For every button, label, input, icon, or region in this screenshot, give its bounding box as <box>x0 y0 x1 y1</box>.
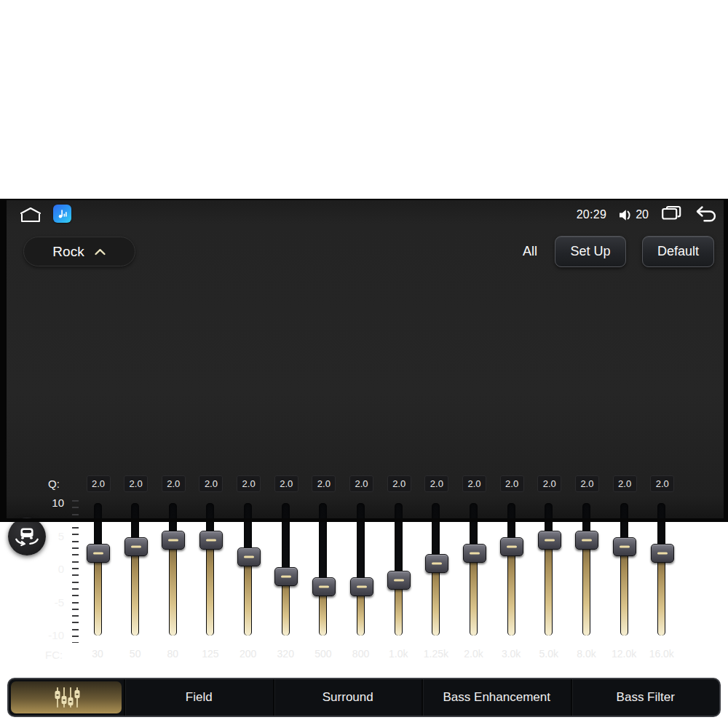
bezel-bottom <box>0 518 728 522</box>
q-value[interactable]: 2.0 <box>424 475 448 492</box>
equalizer-sliders-icon <box>52 686 81 709</box>
slider-handle[interactable] <box>387 571 411 590</box>
preset-name: Rock <box>52 244 84 260</box>
default-button[interactable]: Default <box>642 236 714 267</box>
q-value[interactable]: 2.0 <box>162 475 186 492</box>
slider-handle[interactable] <box>87 544 110 563</box>
q-value[interactable]: 2.0 <box>650 475 674 492</box>
status-cluster: 20:29 20 <box>577 205 716 224</box>
slider-handle[interactable] <box>199 531 223 550</box>
freq-label: 200 <box>229 648 267 660</box>
q-value[interactable]: 2.0 <box>575 475 599 492</box>
bezel-top <box>0 199 728 200</box>
axis-label: -5 <box>29 596 64 610</box>
slider-fill <box>170 537 176 636</box>
freq-label: 125 <box>191 648 229 660</box>
axis-label: -10 <box>29 628 64 643</box>
slider-fill <box>508 543 515 636</box>
slider-fill <box>545 537 552 636</box>
slider-handle[interactable] <box>425 554 448 573</box>
q-value[interactable]: 2.0 <box>87 475 111 492</box>
tab-bass-enhancement[interactable]: Bass Enhancement <box>422 679 571 716</box>
q-row-label: Q: <box>48 478 60 490</box>
bezel-right <box>724 199 728 522</box>
slider-fill <box>621 543 628 636</box>
q-value[interactable]: 2.0 <box>613 475 637 492</box>
q-value[interactable]: 2.0 <box>349 475 373 492</box>
tab-bar: Field Surround Bass Enhancement Bass Fil… <box>7 678 721 717</box>
all-option[interactable]: All <box>523 244 537 259</box>
header-actions: All Set Up Default <box>523 236 714 267</box>
tab-label: Bass Enhancement <box>443 690 550 705</box>
back-icon[interactable] <box>695 205 716 225</box>
preset-dropdown[interactable]: Rock <box>23 237 135 266</box>
q-value[interactable]: 2.0 <box>312 475 336 492</box>
slider-handle[interactable] <box>312 577 336 596</box>
speaker-icon <box>618 208 633 222</box>
freq-label: 1.25k <box>417 648 455 660</box>
chevron-up-icon <box>94 248 106 256</box>
slider-handle[interactable] <box>613 537 636 556</box>
volume-indicator: 20 <box>618 208 649 222</box>
freq-label: 50 <box>116 648 154 660</box>
freq-label: 16.0k <box>643 648 681 660</box>
tab-label: Field <box>186 690 213 705</box>
slider-handle[interactable] <box>237 547 261 566</box>
freq-label: 30 <box>79 648 116 660</box>
car-sound-field-icon <box>13 523 41 550</box>
q-value[interactable]: 2.0 <box>537 475 561 492</box>
q-value[interactable]: 2.0 <box>500 475 524 492</box>
freq-label: 5.0k <box>530 648 568 660</box>
car-sound-field-button[interactable] <box>8 518 46 555</box>
slider-handle[interactable] <box>124 537 148 556</box>
slider-handle[interactable] <box>538 531 561 550</box>
freq-label: 80 <box>154 648 191 660</box>
slider-fill <box>207 537 213 636</box>
tab-surround[interactable]: Surround <box>273 679 422 716</box>
slider-handle[interactable] <box>162 531 185 550</box>
freq-label: 8.0k <box>567 648 605 660</box>
freq-label: 3.0k <box>492 648 530 660</box>
clock: 20:29 <box>577 208 607 221</box>
q-value[interactable]: 2.0 <box>274 475 298 492</box>
setup-button[interactable]: Set Up <box>555 236 626 267</box>
tab-label: Surround <box>323 690 373 705</box>
tab-bass-filter[interactable]: Bass Filter <box>571 679 720 716</box>
tab-label: Bass Filter <box>617 690 675 705</box>
slider-fill <box>583 537 590 636</box>
home-icon[interactable] <box>17 206 44 223</box>
axis-label: 0 <box>29 562 64 577</box>
slider-handle[interactable] <box>463 544 486 563</box>
freq-label: 1.0k <box>379 648 417 660</box>
volume-level: 20 <box>636 208 649 221</box>
fc-row-label: FC: <box>45 649 63 661</box>
freq-label: 320 <box>266 648 304 660</box>
tab-field[interactable]: Field <box>124 679 273 716</box>
freq-label: 12.0k <box>605 648 643 660</box>
freq-label: 2.0k <box>455 648 493 660</box>
equalizer-app-icon[interactable] <box>53 205 71 223</box>
axis-label: 10 <box>29 496 64 510</box>
slider-fill <box>132 543 138 636</box>
recent-apps-icon[interactable] <box>660 205 683 225</box>
freq-label: 800 <box>342 648 380 660</box>
tab-equalizer[interactable] <box>11 681 122 713</box>
head-unit-screen: 20:29 20 Rock All Set U <box>0 199 728 522</box>
q-value[interactable]: 2.0 <box>462 475 486 492</box>
bezel-left <box>0 199 7 522</box>
slider-handle[interactable] <box>575 531 598 550</box>
q-value[interactable]: 2.0 <box>124 475 148 492</box>
q-value[interactable]: 2.0 <box>199 475 223 492</box>
slider-handle[interactable] <box>274 567 298 586</box>
slider-handle[interactable] <box>500 537 523 556</box>
freq-label: 500 <box>304 648 342 660</box>
slider-handle[interactable] <box>651 544 674 563</box>
q-value[interactable]: 2.0 <box>387 475 411 492</box>
q-value[interactable]: 2.0 <box>237 475 261 492</box>
slider-handle[interactable] <box>350 577 373 596</box>
